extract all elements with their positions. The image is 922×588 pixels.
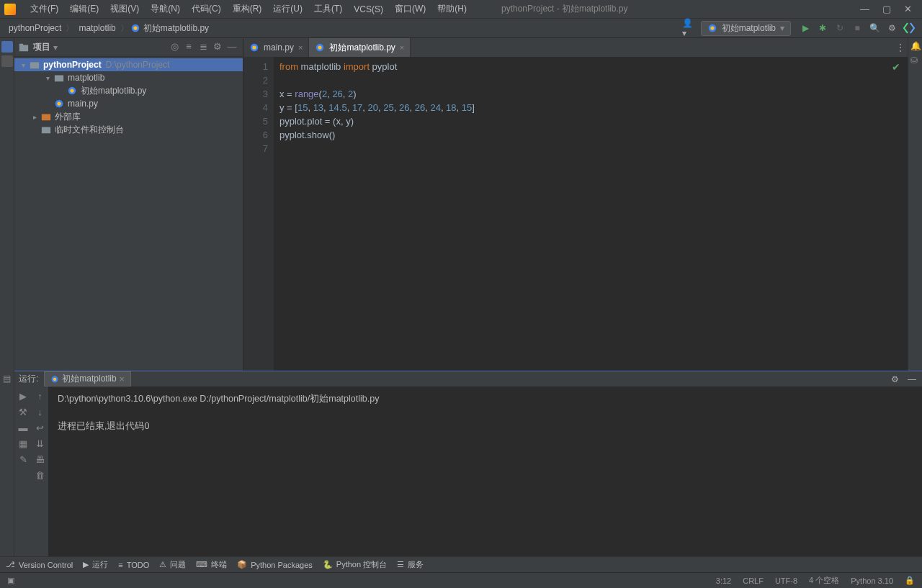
console-icon: 🐍 [323, 560, 333, 569]
tabs-more-icon[interactable]: ⋮ [893, 38, 908, 57]
project-tool-icon[interactable] [1, 41, 13, 53]
tree-item[interactable]: 初始matplotlib.py [14, 84, 243, 97]
editor-tab[interactable]: main.py× [243, 38, 309, 57]
chevron-icon[interactable]: ▾ [42, 74, 53, 82]
tree-item[interactable]: ▸外部库 [14, 110, 243, 123]
menu-code[interactable]: 代码(C) [186, 1, 227, 17]
clear-icon[interactable]: 🗑 [35, 470, 46, 481]
database-icon[interactable]: ⛁ [910, 55, 921, 65]
window-title: pythonProject - 初始matplotlib.py [473, 3, 860, 15]
services-button[interactable]: ☰服务 [397, 559, 424, 570]
menu-navigate[interactable]: 导航(N) [145, 1, 186, 17]
interpreter[interactable]: Python 3.10 [851, 576, 893, 585]
tree-item[interactable]: ▾matplotlib [14, 71, 243, 84]
settings-icon[interactable]: ⚙ [890, 374, 900, 384]
user-icon[interactable]: 👤▾ [682, 21, 697, 35]
problems-button[interactable]: ⚠问题 [159, 559, 186, 570]
todo-button[interactable]: ≡TODO [118, 561, 149, 569]
line-gutter: 1234567 [243, 57, 274, 371]
run-tab-label: 初始matplotlib [62, 373, 116, 385]
scroll-to-end-icon[interactable]: ⇊ [35, 438, 46, 450]
breadcrumb[interactable]: matplotlib [76, 23, 118, 33]
chevron-down-icon[interactable]: ▾ [53, 42, 58, 53]
chevron-down-icon[interactable]: ▾ [17, 61, 29, 69]
stop-button[interactable]: ⚒ [17, 407, 29, 418]
close-icon[interactable]: × [120, 374, 125, 384]
svg-rect-7 [55, 76, 63, 82]
terminal-button[interactable]: ⌨终端 [196, 559, 227, 570]
layout-icon[interactable]: ▦ [17, 438, 29, 450]
maximize-button[interactable]: ▢ [882, 4, 891, 14]
tree-root[interactable]: ▾ pythonProject D:\pythonProject [14, 58, 243, 71]
soft-wrap-icon[interactable]: ↩ [35, 422, 46, 434]
indent[interactable]: 4 个空格 [809, 575, 839, 586]
structure-icon[interactable]: ▤ [3, 374, 11, 384]
breadcrumb[interactable]: 初始matplotlib.py [140, 22, 212, 35]
menu-help[interactable]: 帮助(H) [431, 1, 473, 17]
bookmarks-tool-icon[interactable] [1, 55, 13, 67]
close-button[interactable]: ✕ [904, 4, 912, 14]
tree-item-label: 临时文件和控制台 [55, 124, 124, 136]
search-icon[interactable]: 🔍 [867, 21, 882, 35]
code-editor[interactable]: from matplotlib import pyplot x = range(… [274, 57, 908, 371]
tool-windows-icon[interactable]: ▣ [7, 576, 14, 585]
print-icon[interactable]: 🖶 [35, 454, 46, 466]
menu-window[interactable]: 窗口(W) [389, 1, 431, 17]
python-file-icon [66, 85, 78, 96]
hide-icon[interactable]: — [906, 374, 918, 384]
hide-icon[interactable]: — [225, 41, 238, 54]
editor-tab[interactable]: 初始matplotlib.py× [309, 38, 411, 57]
encoding[interactable]: UTF-8 [775, 576, 797, 585]
run-configuration-dropdown[interactable]: 初始matplotlib ▾ [701, 21, 791, 36]
menu-view[interactable]: 视图(V) [104, 1, 145, 17]
svg-rect-12 [42, 114, 50, 121]
run-button[interactable]: ▶ [798, 21, 813, 35]
locate-icon[interactable]: ◎ [168, 41, 181, 54]
menu-edit[interactable]: 编辑(E) [64, 1, 104, 17]
line-separator[interactable]: CRLF [743, 576, 764, 585]
pin-icon[interactable]: ✎ [17, 454, 29, 466]
debug-button[interactable]: ✱ [815, 21, 830, 35]
packages-button[interactable]: 📦Python Packages [237, 560, 313, 569]
down-icon[interactable]: ↓ [35, 407, 46, 418]
menu-vcs[interactable]: VCS(S) [348, 3, 389, 16]
run-tool-button[interactable]: ▶运行 [83, 559, 108, 570]
stop-button[interactable]: ■ [850, 21, 864, 35]
tree-item-label: 初始matplotlib.py [81, 85, 146, 97]
up-icon[interactable]: ↑ [35, 391, 46, 402]
chevron-right-icon: 〉 [119, 22, 130, 35]
pause-button[interactable]: ▬ [17, 422, 29, 434]
cursor-position[interactable]: 3:12 [716, 576, 731, 585]
expand-all-icon[interactable]: ≡ [182, 41, 195, 54]
tree-item[interactable]: main.py [14, 97, 243, 110]
python-console-button[interactable]: 🐍Python 控制台 [323, 559, 387, 570]
run-tab[interactable]: 初始matplotlib × [44, 371, 130, 386]
titlebar: 文件(F) 编辑(E) 视图(V) 导航(N) 代码(C) 重构(R) 运行(U… [0, 0, 922, 19]
project-panel: 项目 ▾ ◎ ≡ ≣ ⚙ — ▾ pythonProject D:\python… [14, 38, 243, 371]
settings-icon[interactable]: ⚙ [885, 21, 899, 35]
notifications-icon[interactable]: 🔔 [910, 41, 921, 51]
menu-tools[interactable]: 工具(T) [308, 1, 348, 17]
menu-file[interactable]: 文件(F) [24, 1, 64, 17]
close-icon[interactable]: × [298, 43, 303, 52]
code-with-me-icon[interactable] [902, 21, 916, 35]
folder-icon [53, 72, 65, 83]
run-coverage-button[interactable]: ↻ [833, 21, 847, 35]
svg-rect-13 [42, 127, 50, 134]
check-icon[interactable]: ✔ [892, 61, 900, 73]
menu-run[interactable]: 运行(U) [267, 1, 308, 17]
minimize-button[interactable]: — [860, 4, 869, 14]
project-panel-header: 项目 ▾ ◎ ≡ ≣ ⚙ — [14, 38, 243, 57]
python-file-icon [315, 42, 325, 53]
settings-icon[interactable]: ⚙ [211, 41, 224, 54]
close-icon[interactable]: × [400, 43, 404, 52]
collapse-all-icon[interactable]: ≣ [197, 41, 210, 54]
rerun-button[interactable]: ▶ [17, 391, 29, 402]
tree-item[interactable]: 临时文件和控制台 [14, 123, 243, 136]
version-control-button[interactable]: ⎇Version Control [6, 560, 73, 569]
menu-refactor[interactable]: 重构(R) [227, 1, 268, 17]
chevron-icon[interactable]: ▸ [29, 113, 40, 121]
breadcrumb[interactable]: pythonProject [6, 23, 64, 33]
run-output[interactable]: D:\python\python3.10.6\python.exe D:/pyt… [49, 386, 922, 556]
lock-icon[interactable]: 🔒 [905, 576, 915, 585]
